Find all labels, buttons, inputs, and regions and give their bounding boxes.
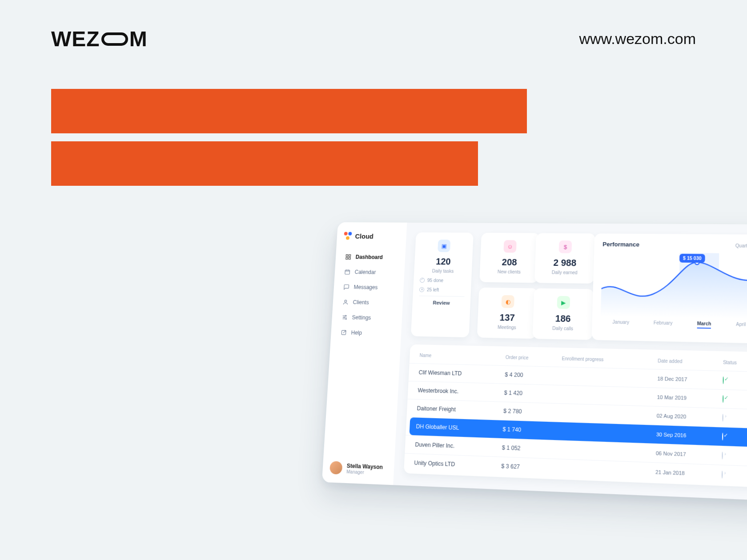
sidebar-item-label: Messages: [353, 284, 378, 291]
cell-date: 18 Dec 2017: [657, 376, 723, 383]
cell-name: Clif Wiesman LTD: [418, 369, 505, 378]
call-icon: ▶: [557, 296, 570, 309]
cell-status: [722, 471, 747, 479]
stat-label: Daily calls: [539, 325, 586, 331]
stat-label: Daily tasks: [420, 268, 466, 274]
stat-label: Daily earned: [541, 270, 588, 276]
sidebar-item-label: Dashboard: [355, 254, 383, 260]
performance-chart[interactable]: $ 15 030: [601, 252, 747, 319]
stat-done: 95 done: [427, 278, 444, 283]
chart-months: January February March April: [600, 319, 747, 329]
cell-date: 10 Mar 2019: [657, 394, 723, 402]
sidebar-nav: Dashboard Calendar Messages Clients Sett…: [337, 250, 398, 340]
col-date[interactable]: Date added: [658, 358, 723, 365]
month-tab[interactable]: January: [612, 320, 629, 327]
sidebar-item-help[interactable]: Help: [337, 326, 394, 340]
cell-status: [722, 433, 747, 441]
stat-new-clients[interactable]: ☺ 208 New clients: [479, 233, 540, 283]
orders-table: Name Order price Enrollment progress Dat…: [404, 344, 747, 488]
cell-date: 21 Jan 2018: [655, 469, 722, 477]
sidebar-item-dashboard[interactable]: Dashboard: [342, 250, 399, 264]
dashboard-window: Cloud Dashboard Calendar Messages Clien: [322, 222, 747, 505]
cell-status: [723, 396, 747, 403]
grid-icon: [345, 254, 351, 260]
col-status[interactable]: Status: [723, 360, 747, 366]
cell-name: Westerbrook Inc.: [418, 387, 504, 396]
cell-price: $ 1 420: [504, 389, 561, 397]
cell-status: [722, 452, 747, 460]
sidebar-item-label: Help: [351, 329, 362, 336]
client-icon: ☺: [503, 240, 516, 253]
sidebar-item-calendar[interactable]: Calendar: [341, 265, 398, 279]
svg-point-6: [345, 315, 346, 316]
check-icon: [723, 376, 723, 384]
sidebar-item-label: Calendar: [354, 269, 376, 276]
area-chart-icon: [601, 252, 747, 319]
cell-date: 06 Nov 2017: [656, 450, 722, 458]
site-url[interactable]: www.wezom.com: [579, 30, 696, 48]
cell-status: [723, 377, 747, 384]
cell-price: $ 3 627: [501, 463, 558, 472]
stat-daily-tasks[interactable]: ▣ 120 Daily tasks 95 done 25 left Review: [411, 232, 474, 337]
cell-price: $ 1 052: [502, 444, 559, 453]
stat-value: 2 988: [542, 257, 589, 268]
headline-bar-2: [51, 141, 478, 186]
cell-date: 02 Aug 2020: [657, 413, 723, 420]
sidebar-item-settings[interactable]: Settings: [338, 311, 395, 325]
headline-bars: [51, 89, 527, 194]
svg-rect-2: [346, 257, 348, 259]
sliders-icon: [341, 314, 348, 320]
app-brand: Cloud: [344, 232, 400, 240]
calendar-icon: [344, 269, 350, 275]
stat-daily-calls[interactable]: ▶ 186 Daily calls: [532, 288, 594, 340]
logo-text-right: M: [129, 27, 148, 51]
cell-date: 30 Sep 2016: [656, 432, 722, 440]
avatar: [329, 461, 343, 474]
cell-status: [722, 414, 747, 422]
check-icon: [722, 433, 723, 441]
check-icon: [420, 278, 425, 283]
sidebar-item-label: Clients: [353, 299, 369, 306]
period-selector[interactable]: Quarterly ▾: [735, 243, 747, 248]
wezom-logo: WEZ M: [51, 27, 148, 51]
col-name[interactable]: Name: [419, 353, 506, 360]
svg-rect-3: [349, 257, 350, 259]
stat-value: 120: [421, 256, 466, 267]
cell-name: Daitoner Freight: [417, 405, 503, 414]
stat-value: 186: [539, 313, 586, 324]
month-tab[interactable]: February: [654, 320, 673, 328]
cell-progress: [559, 450, 656, 453]
cell-progress: [561, 376, 657, 379]
cell-price: $ 4 200: [505, 372, 561, 380]
sidebar-item-label: Settings: [352, 314, 371, 321]
sidebar-item-clients[interactable]: Clients: [340, 296, 396, 310]
external-icon: [341, 329, 347, 336]
stat-daily-earned[interactable]: $ 2 988 Daily earned: [534, 233, 595, 284]
cell-price: $ 2 780: [503, 408, 560, 416]
stat-left: 25 left: [427, 287, 439, 292]
col-price[interactable]: Order price: [506, 355, 562, 361]
month-tab[interactable]: April: [736, 322, 746, 329]
chat-icon: [343, 284, 349, 290]
svg-rect-1: [349, 255, 350, 256]
performance-card: Analytics Performance Quarterly ▾ $ 15 0…: [591, 233, 747, 344]
cell-progress: [558, 468, 655, 472]
svg-point-5: [345, 300, 347, 302]
month-tab-active[interactable]: March: [697, 321, 711, 329]
stat-meetings[interactable]: ◐ 137 Meetings: [477, 288, 538, 339]
stat-value: 208: [486, 257, 533, 268]
chart-tooltip: $ 15 030: [679, 254, 705, 263]
cell-name: DH Globaller USL: [416, 423, 503, 432]
sidebar-item-messages[interactable]: Messages: [341, 280, 397, 295]
review-button[interactable]: Review: [418, 296, 464, 309]
app-name: Cloud: [355, 232, 374, 240]
performance-title: Performance: [602, 241, 639, 248]
user-block[interactable]: Stella Wayson Manager: [329, 447, 388, 476]
svg-rect-4: [345, 270, 350, 274]
pending-icon: [722, 471, 723, 479]
col-progress[interactable]: Enrollment progress: [562, 356, 658, 364]
logo-text-left: WEZ: [51, 27, 100, 51]
clock-icon: [419, 287, 424, 292]
dollar-icon: $: [559, 240, 572, 253]
stat-label: New clients: [486, 269, 532, 274]
